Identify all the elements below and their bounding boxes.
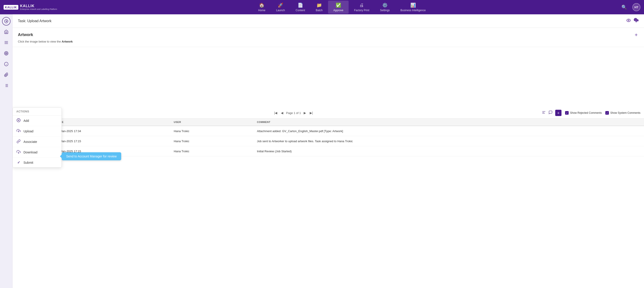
nav-item-home[interactable]: 🏠 Home [253,1,271,14]
eye-icon[interactable] [626,18,631,24]
actions-menu-item-upload[interactable]: Upload [13,126,62,136]
show-rejected-checkbox[interactable]: ✓ [565,111,569,115]
tooltip-popup: Send to Account Manager for review [62,152,121,160]
row-date: 16-Jan-2025 17:34 [54,126,170,136]
sidebar-icon-info[interactable] [2,60,11,69]
artwork-add-button[interactable]: ＋ [634,31,639,38]
upload-icon [16,129,21,134]
col-comment: COMMENT [254,118,644,126]
nav-item-launch[interactable]: 🚀 Launch [271,1,290,14]
app-layout: Task: Upload Artwork [0,14,644,288]
nav-item-settings[interactable]: ⚙️ Settings [375,1,395,14]
actions-menu-item-add[interactable]: Add [13,115,62,126]
show-rejected-label: ✓ Show Rejected Comments [565,111,602,115]
actions-menu-item-associate[interactable]: Associate [13,136,62,147]
left-sidebar [0,14,12,288]
nav-item-batch[interactable]: 📁 Batch [310,1,328,14]
table-row: i 16-Jan-2025 17:34 Hana Trokic Attachme… [12,126,644,136]
artwork-title-row: Artwork ＋ [18,31,639,38]
sidebar-icon-list[interactable] [2,81,11,90]
nav-approve-label: Approve [334,9,344,12]
row-comment: Attachment added: GV_Carton_English_Mast… [254,126,644,136]
logo-title: KALLIK [20,4,57,8]
download-icon [16,150,21,155]
actions-menu-title: Actions [13,108,62,115]
col-user: USER [170,118,254,126]
logo-text: KALLIK Enterprise Artwork and Labelling … [20,4,57,10]
download-label: Download [24,151,37,154]
logo-section: KALLIK KALLIK Enterprise Artwork and Lab… [4,4,57,10]
launch-nav-icon: 🚀 [278,3,283,8]
svg-point-7 [6,53,6,54]
artwork-section: Artwork ＋ Click the image below to view … [12,28,644,47]
nav-item-factory-print[interactable]: 🖨 Factory Print [348,1,374,14]
add-circle-icon [16,118,21,123]
settings-nav-icon: ⚙️ [382,3,388,8]
nav-factory-print-label: Factory Print [354,9,369,12]
page-next-btn[interactable]: ▶ [303,111,307,115]
svg-point-6 [5,52,8,54]
page-last-btn[interactable]: ▶| [309,111,314,115]
main-content: Task: Upload Artwork [12,14,644,288]
artwork-title-text: Artwork [18,33,33,37]
associate-label: Associate [24,140,37,143]
page-label: Page 1 of 1 [286,111,301,115]
download-cloud-icon[interactable] [634,18,639,24]
sidebar-icon-home[interactable] [2,27,11,36]
add-label: Add [24,119,29,122]
tooltip-text: Send to Account Manager for review [66,155,117,158]
row-user: Hana Trokic [170,126,254,136]
upload-label: Upload [24,129,33,133]
batch-nav-icon: 📁 [316,3,322,8]
table-body: i 16-Jan-2025 17:34 Hana Trokic Attachme… [12,126,644,156]
sidebar-icon-circle-arrow[interactable] [2,17,10,26]
row-date: 16-Jan-2025 17:15 [54,136,170,146]
table-row: i 16-Jan-2025 17:15 Hana Trokic Job sent… [12,136,644,146]
avatar[interactable]: HT [632,3,640,11]
sidebar-icon-paperclip[interactable] [2,70,11,79]
nav-item-business-intelligence[interactable]: 📊 Business Intelligence [395,1,431,14]
pagination-section: |◀ ◀ Page 1 of 1 ▶ ▶| [273,111,314,115]
toolbar-right: ＋ ✓ Show Rejected Comments ✓ Show System… [542,110,640,116]
col-date: DATE [54,118,170,126]
search-icon[interactable]: 🔍 [620,3,629,12]
comments-table: DATE USER COMMENT i 16-Jan-2025 17:34 Ha… [12,118,644,156]
nav-items: 🏠 Home 🚀 Launch 📄 Content 📁 Batch ✅ Appr… [64,1,620,14]
factory-print-nav-icon: 🖨 [359,3,364,8]
svg-point-17 [628,20,629,21]
logo-subtitle: Enterprise Artwork and Labelling Platfor… [20,8,57,10]
nav-home-label: Home [258,9,266,12]
page-first-btn[interactable]: |◀ [273,111,278,115]
actions-menu-item-download[interactable]: Download [13,147,62,158]
actions-menu-item-submit[interactable]: ✓ Submit [13,158,62,167]
align-left-icon[interactable] [542,110,546,115]
nav-item-content[interactable]: 📄 Content [290,1,310,14]
nav-right: 🔍 HT [620,3,640,12]
show-system-checkbox[interactable]: ✓ [605,111,609,115]
approve-nav-icon: ✅ [336,3,341,8]
actions-menu: Actions Add [12,107,62,168]
nav-item-approve[interactable]: ✅ Approve [328,1,349,14]
task-title: Task: Upload Artwork [18,19,52,23]
submit-label: Submit [24,161,33,164]
nav-settings-label: Settings [380,9,390,12]
sidebar-icon-target[interactable] [2,49,11,58]
show-system-label: ✓ Show System Comments [605,111,640,115]
artwork-description: Click the image below to view the Artwor… [18,40,639,43]
table-header: DATE USER COMMENT [12,118,644,126]
row-user: Hana Trokic [170,136,254,146]
associate-icon [16,139,21,144]
comment-icon[interactable] [548,110,552,115]
toolbar: ▼ [12,107,644,118]
bi-nav-icon: 📊 [410,3,416,8]
content-area: Actions Add [12,47,644,288]
row-comment: Initial Review (Job Started) [254,146,644,156]
add-comment-button[interactable]: ＋ [555,110,562,116]
nav-launch-label: Launch [276,9,285,12]
sidebar-icon-menu[interactable] [2,38,11,47]
task-header-icons [626,18,639,24]
nav-batch-label: Batch [316,9,323,12]
page-prev-btn[interactable]: ◀ [280,111,284,115]
nav-bi-label: Business Intelligence [400,9,426,12]
actions-overlay: Actions Add [12,107,644,156]
